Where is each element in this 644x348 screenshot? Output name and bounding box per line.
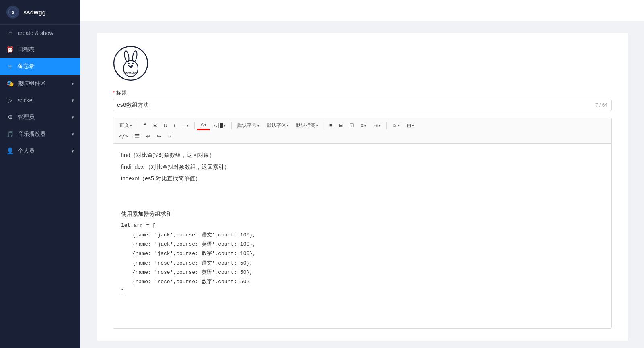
title-label: *标题 [113, 89, 612, 97]
unordered-list-btn[interactable]: ≡ [327, 121, 335, 130]
content-line-3: indexot（es5 对比查找简单值） [121, 174, 603, 184]
editor-card: STEW ART *标题 7 / 64 正文 ▾ ❝ B U I [97, 33, 628, 341]
topbar [80, 0, 644, 21]
sidebar-item-hobby[interactable]: 🎭 趣味组件区 ▾ [0, 75, 80, 92]
sidebar-item-admin[interactable]: ⚙ 管理员 ▾ [0, 109, 80, 126]
sidebar-arrow-hobby: ▾ [72, 81, 74, 86]
svg-text:S: S [12, 10, 14, 14]
svg-point-7 [132, 63, 134, 64]
table-btn[interactable]: ⊞ ▾ [404, 122, 417, 130]
sidebar-item-person[interactable]: 👤 个人员 ▾ [0, 143, 80, 160]
sidebar-arrow-music: ▾ [72, 132, 74, 137]
editor-wrapper[interactable]: STEW ART *标题 7 / 64 正文 ▾ ❝ B U I [80, 21, 644, 348]
code-block-btn[interactable]: ☰ [132, 131, 142, 141]
sidebar-item-schedule[interactable]: ⏰ 日程表 [0, 41, 80, 58]
sidebar-item-socket[interactable]: ▷ socket ▾ [0, 92, 80, 109]
inline-code-btn[interactable]: </> [116, 132, 131, 140]
sidebar-arrow-admin: ▾ [72, 115, 74, 120]
sep2 [194, 122, 195, 129]
sidebar-icon-hobby: 🎭 [6, 80, 14, 87]
sidebar-icon-admin: ⚙ [6, 114, 14, 121]
sidebar-item-create-show[interactable]: 🖥 create & show [0, 25, 80, 41]
editor-toolbar: 正文 ▾ ❝ B U I ··· ▾ A ▾ A▌ ▾ 默认字号 ▾ 默认字体 … [113, 118, 612, 143]
content-line-2: findindex （对比查找对象数组，返回索引） [121, 162, 603, 172]
svg-point-4 [124, 50, 130, 62]
font-color-btn[interactable]: A ▾ [197, 121, 210, 130]
sidebar-label-socket: socket [18, 97, 34, 104]
title-input[interactable] [117, 102, 595, 108]
sidebar-label-hobby: 趣味组件区 [18, 80, 46, 87]
main-content: STEW ART *标题 7 / 64 正文 ▾ ❝ B U I [80, 0, 644, 348]
undo-btn[interactable]: ↩ [143, 132, 153, 141]
sidebar-icon-schedule: ⏰ [6, 46, 14, 53]
sep1 [138, 122, 138, 129]
content-empty-2 [121, 197, 603, 207]
line-height-btn[interactable]: 默认行高 ▾ [293, 121, 321, 130]
ordered-list-btn[interactable]: ⊟ [336, 122, 346, 129]
sidebar-label-music: 音乐播放器 [18, 130, 46, 138]
indent-btn[interactable]: ⇥ ▾ [370, 122, 384, 130]
sidebar-icon-person: 👤 [6, 147, 14, 155]
sidebar-nav: 🖥 create & show ⏰ 日程表 ≡ 备忘录 🎭 趣味组件区 ▾ ▷ … [0, 25, 80, 160]
svg-point-2 [114, 46, 148, 80]
emoji-btn[interactable]: ☺ ▾ [389, 122, 403, 130]
app-name: ssdwgg [23, 9, 46, 16]
logo-avatar: S [6, 6, 19, 19]
svg-text:STEW ART: STEW ART [123, 72, 138, 75]
quote-btn[interactable]: ❝ [140, 120, 150, 130]
editor-body[interactable]: find（对比查找对象数组，返回对象） findindex （对比查找对象数组，… [113, 143, 612, 329]
toolbar-row-2: </> ☰ ↩ ↪ ⤢ [116, 131, 608, 141]
sep4 [324, 122, 324, 129]
bg-color-btn[interactable]: A▌ ▾ [210, 122, 229, 130]
sidebar-label-person: 个人员 [18, 147, 35, 155]
brand-logo: STEW ART [113, 45, 149, 81]
content-empty-1 [121, 186, 603, 196]
sidebar-icon-socket: ▷ [6, 97, 14, 104]
align-btn[interactable]: ≡ ▾ [358, 122, 370, 130]
title-char-count: 7 / 64 [595, 102, 607, 108]
redo-btn[interactable]: ↪ [154, 132, 164, 141]
svg-point-6 [128, 63, 130, 64]
fullscreen-btn[interactable]: ⤢ [165, 132, 175, 141]
sidebar-item-music[interactable]: 🎵 音乐播放器 ▾ [0, 126, 80, 143]
title-input-row[interactable]: 7 / 64 [113, 99, 612, 111]
sidebar-icon-create-show: 🖥 [6, 29, 14, 36]
sidebar-arrow-person: ▾ [72, 149, 74, 154]
font-family-btn[interactable]: 默认字体 ▾ [263, 121, 292, 130]
svg-point-5 [132, 50, 138, 62]
code-block: let arr = [ {name: 'jack',course:'语文',co… [121, 221, 603, 296]
format-select-btn[interactable]: 正文 ▾ [116, 121, 135, 130]
sidebar-item-notes[interactable]: ≡ 备忘录 [0, 58, 80, 75]
font-size-btn[interactable]: 默认字号 ▾ [234, 121, 263, 130]
sidebar-icon-notes: ≡ [6, 63, 14, 70]
sidebar-arrow-socket: ▾ [72, 98, 74, 103]
bold-btn[interactable]: B [150, 121, 160, 130]
required-mark: * [113, 90, 115, 96]
more-btn[interactable]: ··· ▾ [179, 122, 192, 130]
italic-btn[interactable]: I [171, 121, 178, 130]
sidebar-label-schedule: 日程表 [18, 46, 35, 53]
checklist-btn[interactable]: ☑ [346, 121, 357, 130]
sidebar-logo: S ssdwgg [0, 0, 80, 25]
sidebar-label-notes: 备忘录 [18, 63, 35, 70]
sep3 [231, 122, 232, 129]
sidebar-label-admin: 管理员 [18, 114, 35, 121]
content-line-1: find（对比查找对象数组，返回对象） [121, 150, 603, 160]
underline-btn[interactable]: U [160, 121, 170, 130]
sidebar-icon-music: 🎵 [6, 130, 14, 138]
toolbar-row-1: 正文 ▾ ❝ B U I ··· ▾ A ▾ A▌ ▾ 默认字号 ▾ 默认字体 … [116, 120, 608, 130]
sidebar-label-create-show: create & show [18, 30, 53, 36]
content-line-accumulator: 使用累加器分组求和 [121, 209, 603, 219]
sep5 [386, 122, 387, 129]
sidebar: S ssdwgg 🖥 create & show ⏰ 日程表 ≡ 备忘录 🎭 趣… [0, 0, 80, 348]
